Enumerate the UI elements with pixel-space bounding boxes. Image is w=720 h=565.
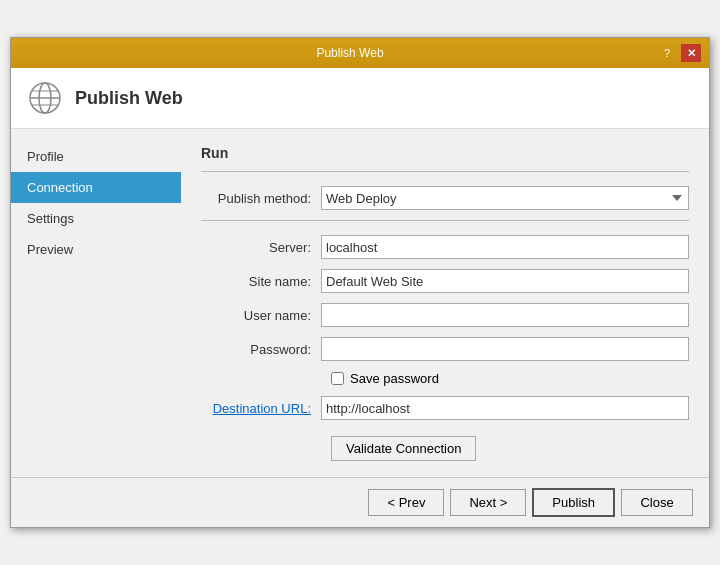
publish-method-row: Publish method: Web Deploy Web Deploy Pa… — [201, 186, 689, 210]
main-panel: Run Publish method: Web Deploy Web Deplo… — [181, 129, 709, 477]
publish-method-select[interactable]: Web Deploy Web Deploy Package FTP File S… — [321, 186, 689, 210]
password-label: Password: — [201, 342, 321, 357]
site-name-label: Site name: — [201, 274, 321, 289]
dialog-footer: < Prev Next > Publish Close — [11, 477, 709, 527]
title-bar: Publish Web ? ✕ — [11, 38, 709, 68]
user-name-label: User name: — [201, 308, 321, 323]
validate-connection-container: Validate Connection — [201, 430, 689, 461]
publish-web-dialog: Publish Web ? ✕ Publish Web Profile Conn… — [10, 37, 710, 528]
destination-url-label[interactable]: Destination URL: — [201, 401, 321, 416]
sidebar: Profile Connection Settings Preview — [11, 129, 181, 477]
sidebar-item-connection[interactable]: Connection — [11, 172, 181, 203]
publish-method-label: Publish method: — [201, 191, 321, 206]
prev-button[interactable]: < Prev — [368, 489, 444, 516]
dialog-header: Publish Web — [11, 68, 709, 129]
title-bar-text: Publish Web — [43, 46, 657, 60]
section-title: Run — [201, 145, 689, 161]
publish-icon — [27, 80, 63, 116]
validate-connection-button[interactable]: Validate Connection — [331, 436, 476, 461]
close-title-button[interactable]: ✕ — [681, 44, 701, 62]
destination-url-input[interactable] — [321, 396, 689, 420]
section-divider — [201, 171, 689, 172]
method-divider — [201, 220, 689, 221]
sidebar-item-settings[interactable]: Settings — [11, 203, 181, 234]
help-button[interactable]: ? — [657, 44, 677, 62]
save-password-label: Save password — [350, 371, 439, 386]
sidebar-item-preview[interactable]: Preview — [11, 234, 181, 265]
next-button[interactable]: Next > — [450, 489, 526, 516]
save-password-checkbox[interactable] — [331, 372, 344, 385]
dialog-content: Profile Connection Settings Preview Run … — [11, 129, 709, 477]
site-name-row: Site name: — [201, 269, 689, 293]
header-title: Publish Web — [75, 88, 183, 109]
user-name-input[interactable] — [321, 303, 689, 327]
server-row: Server: — [201, 235, 689, 259]
save-password-row: Save password — [331, 371, 689, 386]
publish-button[interactable]: Publish — [532, 488, 615, 517]
user-name-row: User name: — [201, 303, 689, 327]
server-label: Server: — [201, 240, 321, 255]
close-button[interactable]: Close — [621, 489, 693, 516]
site-name-input[interactable] — [321, 269, 689, 293]
title-bar-controls: ? ✕ — [657, 44, 701, 62]
sidebar-item-profile[interactable]: Profile — [11, 141, 181, 172]
server-input[interactable] — [321, 235, 689, 259]
password-input[interactable] — [321, 337, 689, 361]
destination-url-row: Destination URL: — [201, 396, 689, 420]
password-row: Password: — [201, 337, 689, 361]
